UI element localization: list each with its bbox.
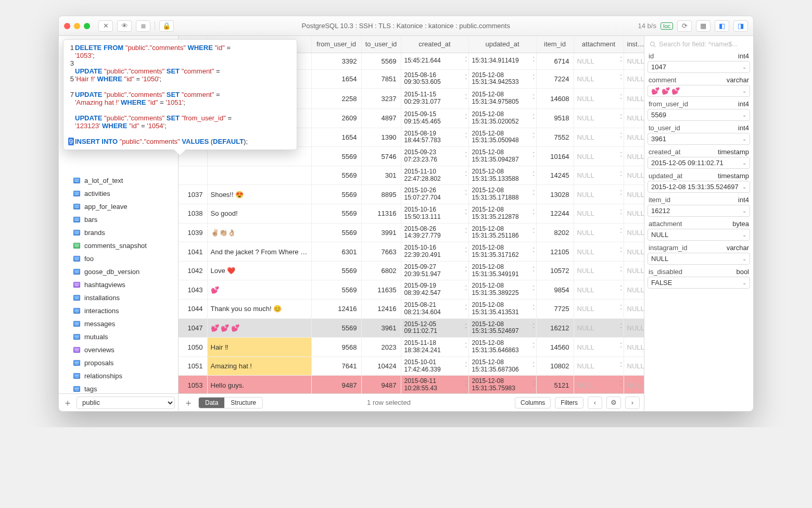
sidebar-item-a_lot_of_text[interactable]: a_lot_of_text [59,174,178,187]
columns-button[interactable]: Columns [515,397,551,408]
table-row[interactable]: 1037Shoes!! 😍556988952015-10-2615:07:27.… [179,185,644,204]
sidebar-item-app_for_leave[interactable]: app_for_leave [59,200,178,213]
search-icon [650,41,656,47]
table-icon [73,373,80,379]
table-row[interactable]: 1039✌🏼👏🏼👌🏼556939912015-08-2614:39:27.779… [179,223,644,242]
add-row-button[interactable]: ＋ [183,397,194,408]
prev-page-button[interactable]: ‹ [588,397,602,409]
inspector-field-instagram_id: instagram_idvarcharNULL⌄ [648,243,750,265]
sidebar-item-label: comments_snapshot [84,242,147,250]
inspector-field-is_disabled: is_disabledboolFALSE⌄ [648,267,750,289]
inspector-value[interactable]: 2015-12-05 09:11:02.71⌄ [648,157,750,169]
svg-point-0 [651,42,655,46]
sidebar-item-label: foo [84,255,94,263]
sidebar-item-label: brands [84,229,105,237]
page-settings-button[interactable]: ⚙ [606,397,621,409]
table-row[interactable]: 1047💕 💕 💕556939612015-12-0509:11:02.71˄˅… [179,318,644,338]
tab-structure[interactable]: Structure [224,398,262,408]
sidebar-item-proposals[interactable]: proposals [59,356,178,369]
sidebar-item-label: goose_db_version [84,268,139,276]
sidebar-item-brands[interactable]: brands [59,226,178,239]
tab-data[interactable]: Data [199,398,224,408]
sidebar-item-bars[interactable]: bars [59,213,178,226]
window-title: PostgreSQL 10.3 : SSH : TLS : Katonice :… [178,22,634,30]
column-header-item_id[interactable]: item_id [536,36,574,53]
inspector-value[interactable]: 2015-12-08 15:31:35.524697⌄ [648,181,750,193]
sidebar-item-installations[interactable]: installations [59,291,178,304]
inspector-field-updated_at: updated_attimestamp2015-12-08 15:31:35.5… [648,171,750,193]
inspector-value[interactable]: 5569⌄ [648,109,750,121]
sidebar-item-label: hashtagviews [84,281,125,289]
table-row[interactable]: 1051Amazing hat !7641104242015-10-0117:4… [179,356,644,376]
close-dot[interactable] [64,23,70,29]
table-icon [73,308,80,314]
sidebar-item-goose_db_version[interactable]: goose_db_version [59,265,178,278]
table-row[interactable]: 1050Hair ‼956820232015-11-1818:38:24.241… [179,338,644,357]
column-header-from_user_id[interactable]: from_user_id [311,36,361,53]
column-header-updated_at[interactable]: updated_at [468,36,536,53]
sidebar-item-overviews[interactable]: overviews [59,343,178,356]
sidebar-item-mutuals[interactable]: mutuals [59,330,178,343]
inspector-field-item_id: item_idint416212⌄ [648,195,750,217]
lock-button[interactable]: 🔒 [159,20,174,32]
toggle-inspector-button[interactable]: ◨ [733,20,748,32]
window-controls [64,23,90,29]
refresh-button[interactable]: ⟳ [677,20,692,32]
minimize-dot[interactable] [74,23,80,29]
schema-select[interactable]: public [77,397,175,409]
sidebar-item-messages[interactable]: messages [59,317,178,330]
inspector-value[interactable]: NULL⌄ [648,253,750,265]
sql-text: DELETE FROM "public"."comments" WHERE "i… [75,44,291,145]
sidebar-item-foo[interactable]: foo [59,252,178,265]
app-window: ✕ 👁 ≣ 🔒 PostgreSQL 10.3 : SSH : TLS : Ka… [58,16,754,412]
sidebar-footer: ＋ public [59,393,178,411]
console-button[interactable]: ≣ [136,20,150,32]
column-header-to_user_id[interactable]: to_user_id [361,36,401,53]
sidebar-item-label: overviews [84,346,115,354]
selection-status: 1 row selected [267,399,511,406]
content-structure-toggle[interactable]: Data Structure [198,397,263,408]
column-header-attachment[interactable]: attachment [574,36,624,53]
table-icon [73,295,80,301]
inspector-search[interactable]: Search for field: ^name$... [648,38,750,51]
inspector-value[interactable]: 1047⌄ [648,61,750,73]
sidebar-item-hashtagviews[interactable]: hashtagviews [59,278,178,291]
inspector-value[interactable]: 3961⌄ [648,133,750,145]
table-icon [73,243,80,249]
zoom-dot[interactable] [84,23,90,29]
table-row[interactable]: 1038So good!5569113162015-10-1615:50:13.… [179,204,644,224]
table-icon [73,204,80,209]
add-table-button[interactable]: ＋ [62,397,73,408]
sql-preview-popover: 13579 DELETE FROM "public"."comments" WH… [63,39,297,150]
sidebar-item-relationships[interactable]: relationships [59,369,178,382]
sidebar-item-label: mutuals [84,333,108,341]
table-row[interactable]: 1043💕5569116352015-09-1908:39:42.547˄˅20… [179,280,644,300]
throughput-label: 14 b/s [638,22,656,30]
sidebar-item-label: activities [84,190,110,197]
table-row[interactable]: 1044Thank you so much! 😊12416124162015-0… [179,300,644,319]
preview-sql-button[interactable]: 👁 [117,20,132,32]
sidebar-item-tags[interactable]: tags [59,382,178,393]
grid-layout-button[interactable]: ▦ [696,20,710,32]
filters-button[interactable]: Filters [555,397,583,408]
next-page-button[interactable]: › [625,397,640,409]
table-row[interactable]: 1053Hello guys.948794872015-08-1110:28:5… [179,376,644,393]
sidebar-item-label: relationships [84,372,122,380]
table-row[interactable]: 1042Love ❤️556968022015-09-2720:39:51.94… [179,261,644,280]
sidebar-item-label: a_lot_of_text [84,177,123,184]
sidebar-item-comments_snapshot[interactable]: comments_snapshot [59,239,178,252]
column-header-instagram_id[interactable]: instagram_id [624,36,644,53]
sidebar-item-activities[interactable]: activities [59,187,178,200]
table-icon [73,347,80,353]
table-row[interactable]: 1041And the jacket ? From Where did you … [179,242,644,262]
sidebar-item-interactions[interactable]: interactions [59,304,178,317]
inspector-value[interactable]: 💕 💕 💕⌄ [648,85,750,97]
toggle-sidebar-button[interactable]: ◧ [715,20,729,32]
inspector-value[interactable]: 16212⌄ [648,205,750,217]
inspector-value[interactable]: NULL⌄ [648,229,750,241]
column-header-created_at[interactable]: created_at [401,36,468,53]
inspector-value[interactable]: FALSE⌄ [648,277,750,289]
table-row[interactable]: 55693012015-11-1022:47:28.802˄˅2015-12-0… [179,166,644,185]
cancel-changes-button[interactable]: ✕ [98,20,113,32]
table-icon [73,217,80,222]
